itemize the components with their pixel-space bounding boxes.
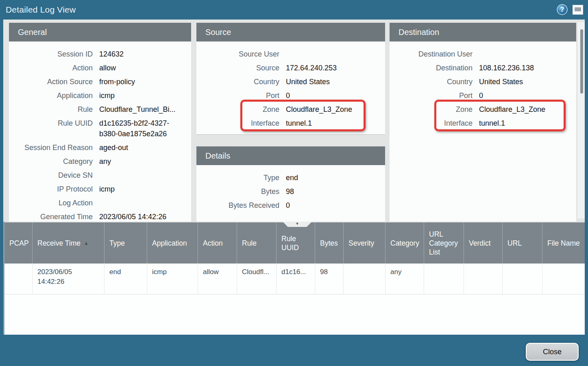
column-label: Rule xyxy=(242,239,257,248)
column-header-bytes[interactable]: Bytes xyxy=(315,222,344,264)
source-panel: Source Source User Source172.64.240.253 … xyxy=(196,23,385,134)
field-label: Rule xyxy=(9,104,93,115)
field-label: Country xyxy=(390,76,473,87)
destination-panel: Destination Destination User Destination… xyxy=(390,23,576,222)
cell-file-name xyxy=(542,264,585,294)
panels-scrollbar-thumb[interactable] xyxy=(580,29,583,94)
field-label: Port xyxy=(196,90,279,101)
field-label: Zone xyxy=(390,104,473,115)
column-label: Severity xyxy=(348,239,374,248)
column-label: Verdict xyxy=(469,239,491,248)
column-label: URL xyxy=(507,239,522,248)
column-header-type[interactable]: Type xyxy=(105,222,147,264)
panels-scrollbar[interactable] xyxy=(578,22,585,218)
field-value: any xyxy=(99,156,191,167)
general-panel-body: Session ID124632 Actionallow Action Sour… xyxy=(9,41,191,222)
details-panel-body: Typeend Bytes98 Bytes Received0 xyxy=(196,165,385,222)
cell-pcap xyxy=(4,264,33,294)
field-source-user: Source User xyxy=(196,47,385,61)
column-header-rule-uuid[interactable]: Rule UUID xyxy=(277,222,315,264)
column-label: Type xyxy=(109,239,125,248)
column-header-application[interactable]: Application xyxy=(147,222,198,264)
field-value xyxy=(99,198,191,208)
column-header-url[interactable]: URL xyxy=(503,222,542,264)
field-label: Generated Time xyxy=(9,211,93,222)
field-value: icmp xyxy=(99,184,191,194)
field-value: 172.64.240.253 xyxy=(286,63,385,73)
field-value: Cloudflare_Tunnel_Bi... xyxy=(99,104,191,115)
field-destination-user: Destination User xyxy=(390,47,576,61)
field-port: Port0 xyxy=(196,89,385,102)
field-value: 124632 xyxy=(99,49,191,59)
source-column: Source Source User Source172.64.240.253 … xyxy=(196,23,385,222)
details-panel-header: Details xyxy=(196,146,385,165)
field-country: CountryUnited States xyxy=(390,75,576,89)
cell-action: allow xyxy=(198,264,237,294)
field-label: Rule UUID xyxy=(9,118,93,139)
help-icon[interactable]: ? xyxy=(557,4,568,15)
field-label: Application xyxy=(9,90,93,101)
destination-zone-interface-group: ZoneCloudflare_L3_Zone Interfacetunnel.1 xyxy=(390,102,576,130)
column-header-pcap[interactable]: PCAP xyxy=(4,222,33,264)
general-panel-header: General xyxy=(9,23,191,41)
source-panel-body: Source User Source172.64.240.253 Country… xyxy=(196,41,385,134)
field-rule-uuid: Rule UUIDd1c16235-b2f2-4327-b380-0ae1875… xyxy=(9,116,191,141)
field-value: 2023/06/05 14:42:26 xyxy=(99,211,191,222)
cell-receive-time: 2023/06/05 14:42:26 xyxy=(33,264,105,294)
column-header-receive-time[interactable]: Receive Time▲ xyxy=(33,222,105,264)
window-restore-icon[interactable] xyxy=(573,5,583,15)
field-label: IP Protocol xyxy=(9,184,93,194)
field-value: United States xyxy=(479,76,576,87)
field-label: Source User xyxy=(196,49,279,59)
cell-severity xyxy=(344,264,385,294)
column-header-category[interactable]: Category xyxy=(385,222,424,264)
field-interface: Interfacetunnel.1 xyxy=(390,116,576,130)
field-category: Categoryany xyxy=(9,155,191,168)
column-header-rule[interactable]: Rule xyxy=(237,222,277,264)
dialog-title: Detailed Log View xyxy=(6,5,76,15)
source-zone-interface-group: ZoneCloudflare_L3_Zone Interfacetunnel.1 xyxy=(196,102,385,130)
close-button[interactable]: Close xyxy=(526,343,579,361)
column-header-severity[interactable]: Severity xyxy=(344,222,385,264)
field-label: Source xyxy=(196,63,279,73)
cell-bytes: 98 xyxy=(315,264,344,294)
field-value: end xyxy=(286,172,385,183)
field-bytes-received: Bytes Received0 xyxy=(196,198,385,212)
general-panel: General Session ID124632 Actionallow Act… xyxy=(9,23,191,222)
field-label: Destination User xyxy=(390,49,473,59)
field-value: allow xyxy=(99,63,191,73)
column-label: File Name xyxy=(547,239,580,248)
column-header-action[interactable]: Action xyxy=(198,222,237,264)
destination-column: Destination Destination User Destination… xyxy=(390,23,576,222)
column-header-url-category-list[interactable]: URL Category List xyxy=(424,222,464,264)
field-zone: ZoneCloudflare_L3_Zone xyxy=(196,102,385,116)
field-label: Session End Reason xyxy=(9,142,93,153)
field-value: 108.162.236.138 xyxy=(479,63,576,73)
field-rule: RuleCloudflare_Tunnel_Bi... xyxy=(9,102,191,116)
field-value: Cloudflare_L3_Zone xyxy=(286,104,385,115)
window-restore-icon-inner xyxy=(575,7,581,11)
field-type: Typeend xyxy=(196,171,385,185)
titlebar-icons: ? xyxy=(557,4,583,15)
general-column: General Session ID124632 Actionallow Act… xyxy=(9,23,191,222)
field-label: Category xyxy=(9,156,93,167)
field-device-sn: Device SN xyxy=(9,168,191,182)
field-value: 0 xyxy=(286,200,385,211)
field-label: Log Action xyxy=(9,198,93,208)
column-header-verdict[interactable]: Verdict xyxy=(464,222,503,264)
column-header-file-name[interactable]: File Name xyxy=(542,222,585,264)
field-action: Actionallow xyxy=(9,61,191,75)
log-table-row[interactable]: 2023/06/05 14:42:26 end icmp allow Cloud… xyxy=(4,264,585,294)
field-value: aged-out xyxy=(99,142,191,153)
field-value: from-policy xyxy=(99,76,191,87)
field-session-end-reason: Session End Reasonaged-out xyxy=(9,141,191,155)
field-label: Type xyxy=(196,172,279,183)
destination-panel-header: Destination xyxy=(390,23,576,41)
field-label: Interface xyxy=(196,118,279,129)
log-entries-table: PCAP Receive Time▲ Type Application Acti… xyxy=(3,222,585,335)
sort-ascending-icon: ▲ xyxy=(84,239,89,248)
column-label: Action xyxy=(203,239,223,248)
column-label: URL Category List xyxy=(429,230,459,257)
cell-verdict xyxy=(464,264,503,294)
column-label: Bytes xyxy=(320,239,338,248)
